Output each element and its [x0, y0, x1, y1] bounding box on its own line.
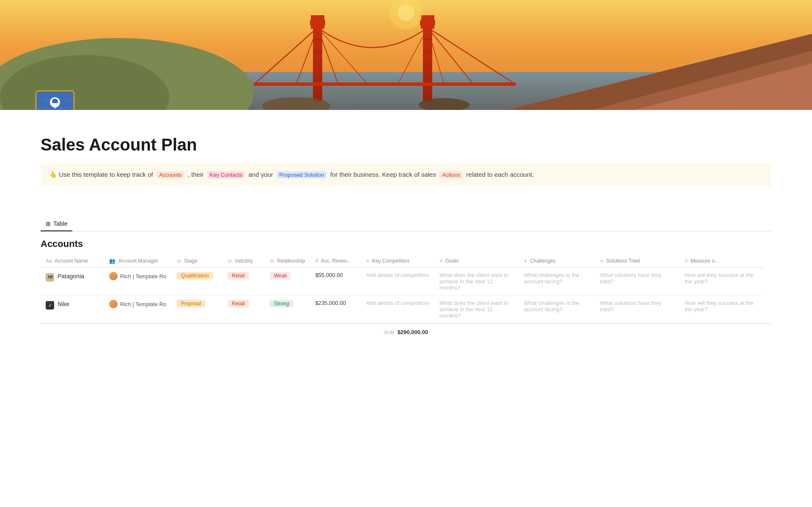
tag-accounts[interactable]: Accounts [156, 171, 184, 178]
challenges-cell-1[interactable]: What challenges is the account facing? [519, 296, 595, 323]
measure-cell-1[interactable]: How will they success at the the year? [680, 296, 764, 323]
manager-cell-1[interactable]: Rich | Template Ro [104, 296, 172, 323]
col-solutions-tried-label: Solutions Tried [606, 258, 639, 264]
tag-contacts[interactable]: Key Contacts [207, 171, 245, 178]
account-name-cell-1[interactable]: ✓Nike [41, 296, 104, 315]
hero-banner [0, 0, 812, 110]
accounts-table: Aa Account Name 👥 Account Manager ⊙ Stag… [41, 255, 771, 323]
col-revenue-label: Acc. Reven... [321, 258, 351, 264]
info-text-before: Use this template to keep track of [59, 171, 153, 178]
solutions-cell-1[interactable]: What solutions have they tried? [595, 296, 680, 323]
stage-cell-1[interactable]: Proposal [172, 296, 222, 323]
account-name-cell-0[interactable]: 🗺Patagonia [41, 268, 104, 287]
table-row[interactable]: ✓NikeRich | Template RoProposalRetailStr… [41, 296, 764, 323]
tag-solution[interactable]: Proposed Solution [277, 171, 326, 178]
col-key-competitors[interactable]: ≡ Key Competitors [361, 255, 434, 268]
col-key-competitors-label: Key Competitors [372, 258, 410, 264]
tab-table[interactable]: ⊞ Table [41, 217, 72, 231]
col-icon-aa: Aa [46, 258, 52, 264]
svg-rect-11 [313, 38, 322, 41]
col-relationship[interactable]: ⊙ Relationship [265, 255, 310, 268]
table-icon: ⊞ [46, 220, 51, 227]
col-account-name-label: Account Name [55, 258, 88, 264]
page-title: Sales Account Plan [41, 135, 771, 154]
industry-cell-0[interactable]: Retail [222, 268, 265, 296]
account-icon: 🗺 [46, 273, 54, 282]
challenges-cell-0[interactable]: What challenges is the account facing? [519, 268, 595, 296]
col-industry[interactable]: ⊙ Industry [222, 255, 265, 268]
col-stage[interactable]: ⊙ Stage [172, 255, 222, 268]
competitors-cell-1[interactable]: Add details of competitors [361, 296, 434, 323]
competitors-cell-0[interactable]: Add details of competitors [361, 268, 434, 296]
col-account-manager[interactable]: 👥 Account Manager [104, 255, 172, 268]
col-account-manager-label: Account Manager [118, 258, 158, 264]
stage-badge: Qualification [177, 272, 213, 280]
manager-cell-0[interactable]: Rich | Template Ro [104, 268, 172, 296]
col-goals[interactable]: ≡ Goals [434, 255, 519, 268]
relationship-badge: Strong [270, 300, 293, 307]
accounts-section-title: Accounts [41, 238, 771, 249]
col-measure-of[interactable]: ≡ Measure o... [680, 255, 764, 268]
revenue-cell-0[interactable]: $55,000.00 [310, 268, 361, 296]
info-text-after3: for their business. Keep track of sales [330, 171, 436, 178]
relationship-cell-1[interactable]: Strong [265, 296, 310, 323]
col-solutions-tried[interactable]: ≡ Solutions Tried [595, 255, 680, 268]
svg-rect-17 [421, 15, 434, 21]
info-text-after1: , their [188, 171, 204, 178]
col-icon-relationship: ⊙ [270, 258, 274, 264]
col-industry-label: Industry [235, 258, 253, 264]
col-revenue[interactable]: # Acc. Reven... [310, 255, 361, 268]
info-text-after2: and your [248, 171, 273, 178]
sum-value: $290,000.00 [398, 329, 428, 335]
sum-row: SUM $290,000.00 [41, 323, 771, 340]
tag-actions[interactable]: Actions [439, 171, 463, 178]
industry-badge: Retail [228, 272, 249, 280]
page-icon [34, 85, 76, 110]
page-content: Sales Account Plan 👆 Use this template t… [0, 110, 812, 217]
table-view-tabs: ⊞ Table [41, 217, 771, 232]
solutions-cell-0[interactable]: What solutions have they tried? [595, 268, 680, 296]
svg-rect-21 [254, 82, 516, 86]
col-icon-stage: ⊙ [177, 258, 181, 264]
account-icon: ✓ [46, 301, 54, 310]
col-measure-of-label: Measure o... [691, 258, 719, 264]
svg-rect-10 [311, 15, 324, 21]
manager-name: Rich | Template Ro [120, 301, 166, 307]
relationship-badge: Weak [270, 272, 291, 280]
col-icon-solutions: ≡ [600, 258, 603, 264]
relationship-cell-0[interactable]: Weak [265, 268, 310, 296]
col-challenges-label: Challenges [530, 258, 555, 264]
col-stage-label: Stage [184, 258, 197, 264]
industry-cell-1[interactable]: Retail [222, 296, 265, 323]
manager-avatar [109, 272, 118, 280]
table-header-row: Aa Account Name 👥 Account Manager ⊙ Stag… [41, 255, 764, 268]
manager-avatar [109, 300, 118, 308]
col-goals-label: Goals [445, 258, 458, 264]
svg-point-33 [398, 4, 414, 21]
revenue-cell-1[interactable]: $235,000.00 [310, 296, 361, 323]
tab-table-label: Table [53, 220, 67, 227]
col-icon-people: 👥 [109, 258, 115, 264]
goals-cell-1[interactable]: What does the client want to achieve in … [434, 296, 519, 323]
info-emoji: 👆 [49, 171, 57, 178]
sum-label: SUM [384, 330, 394, 335]
table-section: ⊞ Table Accounts Aa Account Name 👥 Accou… [0, 217, 812, 357]
info-text-after4: related to each account. [466, 171, 534, 178]
col-icon-measure: ≡ [685, 258, 688, 264]
col-relationship-label: Relationship [277, 258, 305, 264]
col-account-name[interactable]: Aa Account Name [41, 255, 104, 268]
goals-cell-0[interactable]: What does the client want to achieve in … [434, 268, 519, 296]
svg-rect-20 [423, 63, 432, 66]
col-icon-challenges: ≡ [524, 258, 527, 264]
manager-name: Rich | Template Ro [120, 273, 166, 280]
stage-cell-0[interactable]: Qualification [172, 268, 222, 296]
col-challenges[interactable]: ≡ Challenges [519, 255, 595, 268]
col-icon-competitors: ≡ [366, 258, 369, 264]
account-name-label: Nike [58, 301, 69, 307]
account-name-label: Patagonia [58, 273, 84, 280]
svg-rect-12 [313, 51, 322, 53]
measure-cell-0[interactable]: How will they success at the the year? [680, 268, 764, 296]
industry-badge: Retail [228, 300, 249, 307]
info-box: 👆 Use this template to keep track of Acc… [41, 163, 771, 186]
table-row[interactable]: 🗺PatagoniaRich | Template RoQualificatio… [41, 268, 764, 296]
